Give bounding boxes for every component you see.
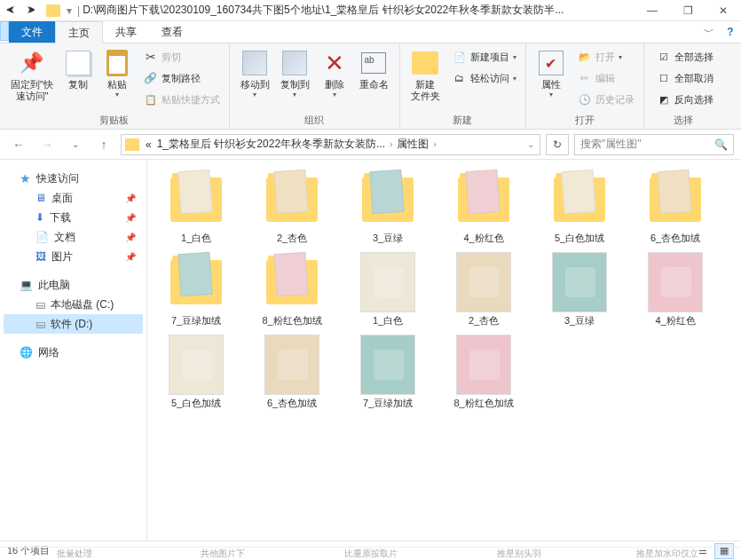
taskbar-tab[interactable]: 共他图片下 — [148, 547, 296, 560]
taskbar-tab[interactable]: 批量处理 — [0, 547, 148, 560]
crumb-parent[interactable]: 1_棠格皇后 针织衫女2022年秋冬季新款女装防... — [154, 137, 388, 152]
breadcrumb[interactable]: « 1_棠格皇后 针织衫女2022年秋冬季新款女装防... › 属性图 › ⌄ — [121, 134, 540, 155]
folder-item[interactable]: 6_杏色加绒 — [635, 169, 715, 244]
sidebar-disk-d[interactable]: 🖴软件 (D:) — [4, 314, 143, 334]
search-input[interactable]: 搜索"属性图" 🔍 — [574, 134, 734, 155]
history-button[interactable]: 🕓历史记录 — [574, 90, 638, 109]
moveto-button[interactable]: 移动到▾ — [235, 47, 275, 100]
folder-icon — [125, 138, 139, 151]
copypath-button[interactable]: 🔗复制路径 — [140, 68, 224, 88]
image-item[interactable]: 2_杏色 — [444, 251, 524, 327]
delete-button[interactable]: ✕删除▾ — [315, 47, 354, 100]
help-button[interactable]: ? — [720, 21, 741, 43]
folder-item[interactable]: 7_豆绿加绒 — [156, 251, 236, 327]
pc-icon: 💻 — [20, 279, 33, 291]
newitem-icon: 📄 — [453, 50, 467, 64]
sidebar-thispc[interactable]: 💻此电脑 — [4, 275, 143, 295]
copyto-button[interactable]: 复制到▾ — [275, 47, 315, 100]
image-item[interactable]: 1_白色 — [348, 251, 428, 327]
tab-file[interactable]: 文件 — [9, 21, 55, 43]
paste-icon — [106, 50, 128, 76]
tab-share[interactable]: 共享 — [103, 21, 149, 43]
sidebar-network[interactable]: 🌐网络 — [4, 343, 143, 362]
search-placeholder: 搜索"属性图" — [580, 137, 642, 152]
image-item[interactable]: 4_粉红色 — [635, 251, 715, 327]
item-label: 1_白色 — [373, 315, 403, 327]
sidebar-pictures[interactable]: 🖼图片📌 — [4, 247, 143, 266]
properties-button[interactable]: ✔属性▾ — [532, 47, 571, 100]
newfolder-button[interactable]: 新建 文件夹 — [406, 47, 445, 104]
folder-item[interactable]: 1_白色 — [156, 169, 236, 244]
separator: ▾ — [67, 4, 72, 17]
invertselection-button[interactable]: ◩反向选择 — [653, 90, 717, 109]
copy-button[interactable]: 复制 — [59, 47, 98, 92]
group-clipboard: 📌 固定到"快 速访问" 复制 粘贴 ▾ ✂剪切 🔗复制路径 📋粘贴快捷方式 剪… — [0, 43, 230, 129]
easyaccess-button[interactable]: 🗂轻松访问▾ — [449, 68, 520, 88]
maximize-button[interactable]: ❐ — [670, 0, 706, 21]
paste-button[interactable]: 粘贴 ▾ — [98, 47, 137, 100]
folder-item[interactable]: 4_粉红色 — [444, 169, 524, 244]
edit-button[interactable]: ✏编辑 — [574, 68, 638, 88]
open-button[interactable]: 📂打开▾ — [574, 47, 638, 67]
scissors-icon: ✂ — [144, 50, 158, 64]
selectnone-button[interactable]: ☐全部取消 — [653, 68, 717, 88]
selectall-icon: ☑ — [657, 50, 671, 64]
image-item[interactable]: 7_豆绿加绒 — [348, 334, 428, 409]
taskbar-tab[interactable]: 比重原按取片 — [296, 547, 445, 560]
taskbar-tab[interactable]: 推星别头羽 — [445, 547, 593, 560]
history-back-small[interactable]: ⮜ — [3, 3, 19, 19]
refresh-button[interactable]: ↻ — [546, 134, 569, 155]
rename-button[interactable]: 重命名 — [354, 47, 394, 92]
image-item[interactable]: 6_杏色加绒 — [252, 334, 332, 409]
sidebar-desktop[interactable]: 🖥桌面📌 — [4, 188, 143, 208]
item-label: 7_豆绿加绒 — [363, 398, 413, 409]
cut-button[interactable]: ✂剪切 — [140, 47, 224, 67]
history-fwd-small[interactable]: ⮞ — [24, 3, 40, 19]
taskbar-tab[interactable]: 推星加水印仅立 — [593, 547, 741, 560]
item-label: 5_白色加绒 — [555, 233, 604, 244]
sidebar-disk-c[interactable]: 🖴本地磁盘 (C:) — [4, 295, 143, 314]
folder-item[interactable]: 8_粉红色加绒 — [252, 251, 332, 327]
tab-home[interactable]: 主页 — [55, 21, 103, 43]
sidebar: ★快速访问 🖥桌面📌 ⬇下载📌 📄文档📌 🖼图片📌 💻此电脑 🖴本地磁盘 (C:… — [0, 160, 147, 540]
folder-item[interactable]: 2_杏色 — [252, 169, 332, 244]
close-button[interactable]: ✕ — [706, 0, 741, 21]
group-open: ✔属性▾ 📂打开▾ ✏编辑 🕓历史记录 打开 — [526, 43, 644, 129]
shortcut-icon: 📋 — [144, 92, 158, 106]
selectnone-icon: ☐ — [657, 71, 671, 85]
history-icon: 🕓 — [578, 92, 592, 106]
sidebar-documents[interactable]: 📄文档📌 — [4, 227, 143, 247]
ribbon: 📌 固定到"快 速访问" 复制 粘贴 ▾ ✂剪切 🔗复制路径 📋粘贴快捷方式 剪… — [0, 43, 741, 130]
folder-item[interactable]: 3_豆绿 — [348, 169, 428, 244]
item-label: 3_豆绿 — [373, 233, 403, 244]
nav-forward[interactable]: → — [35, 133, 59, 156]
ribbon-collapse[interactable]: ﹀ — [698, 21, 720, 43]
item-label: 1_白色 — [181, 233, 211, 244]
search-icon: 🔍 — [714, 138, 728, 151]
selectall-button[interactable]: ☑全部选择 — [653, 47, 717, 67]
crumb-current[interactable]: 属性图 — [394, 137, 431, 152]
pasteshortcut-button[interactable]: 📋粘贴快捷方式 — [140, 90, 224, 109]
path-icon: 🔗 — [144, 71, 158, 85]
nav-back[interactable]: ← — [7, 133, 30, 156]
nav-recent[interactable]: ⌄ — [64, 133, 87, 156]
image-item[interactable]: 3_豆绿 — [540, 251, 619, 327]
sidebar-downloads[interactable]: ⬇下载📌 — [4, 208, 143, 227]
pin-to-quickaccess[interactable]: 📌 固定到"快 速访问" — [5, 47, 59, 104]
file-pane[interactable]: 1_白色2_杏色3_豆绿4_粉红色5_白色加绒6_杏色加绒7_豆绿加绒8_粉红色… — [147, 160, 741, 540]
chevron-right-icon: › — [431, 139, 438, 149]
chevron-down-icon[interactable]: ⌄ — [525, 139, 536, 149]
sidebar-quickaccess[interactable]: ★快速访问 — [4, 169, 143, 188]
folder-item[interactable]: 5_白色加绒 — [540, 169, 619, 244]
newitem-button[interactable]: 📄新建项目▾ — [449, 47, 520, 67]
item-label: 6_杏色加绒 — [650, 233, 700, 244]
nav-up[interactable]: ↑ — [92, 133, 115, 156]
image-item[interactable]: 5_白色加绒 — [156, 334, 236, 409]
newfolder-icon — [412, 51, 438, 75]
copyto-icon — [282, 51, 307, 75]
group-label-new: 新建 — [406, 114, 520, 127]
tab-view[interactable]: 查看 — [149, 21, 195, 43]
crumb-overflow[interactable]: « — [143, 138, 154, 151]
image-item[interactable]: 8_粉红色加绒 — [444, 334, 524, 409]
minimize-button[interactable]: — — [635, 0, 670, 21]
